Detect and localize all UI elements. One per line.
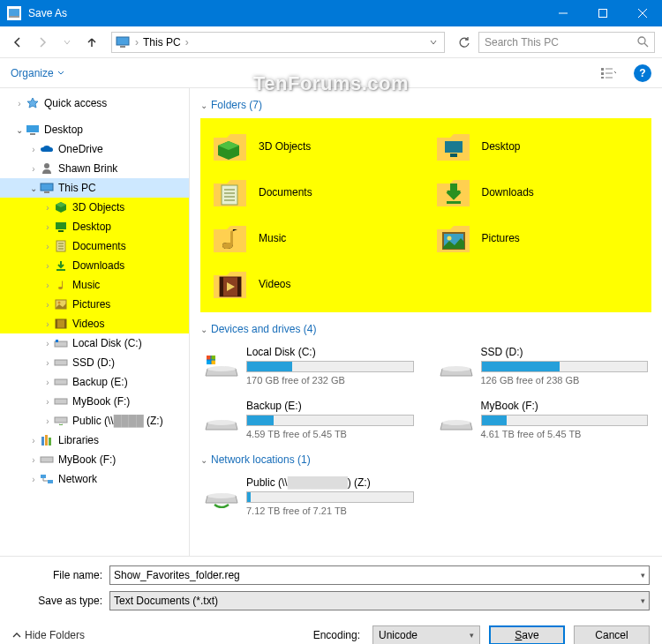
search-placeholder: Search This PC [485,36,559,49]
folder-3d-objects[interactable]: 3D Objects [207,125,422,168]
tree-3d-objects[interactable]: ›3D Objects [0,198,189,217]
hide-folders-button[interactable]: Hide Folders [12,629,85,641]
chevron-down-icon[interactable]: ▾ [641,571,645,580]
breadcrumb-sep: › [133,36,140,49]
folder-downloads[interactable]: Downloads [431,171,645,213]
forward-button[interactable] [32,32,53,53]
user-icon [39,161,55,176]
svg-rect-41 [45,435,48,446]
videos-icon [53,317,69,331]
svg-rect-33 [64,319,66,328]
folder-pictures[interactable]: Pictures [431,217,645,259]
drive-f[interactable]: MyBook (F:)4.61 TB free of 5.45 TB [435,396,652,443]
savetype-select[interactable]: Text Documents (*.txt)▾ [109,591,650,610]
tree-onedrive[interactable]: ›OneDrive [0,139,189,159]
tree-mybook[interactable]: ›MyBook (F:) [0,392,189,411]
address-bar[interactable]: › This PC › [111,32,445,53]
section-folders[interactable]: ⌄Folders (7) [200,99,651,111]
svg-point-67 [442,420,470,425]
up-button[interactable] [81,32,102,53]
music-icon [53,278,69,292]
chevron-down-icon[interactable]: ▾ [641,596,645,605]
search-icon [637,36,649,48]
tree-documents[interactable]: ›Documents [0,236,189,256]
tree-quick-access[interactable]: ›Quick access [0,94,189,113]
save-button[interactable]: Save [489,625,565,644]
svg-rect-64 [212,361,216,365]
svg-point-59 [207,366,236,371]
svg-line-10 [644,43,648,47]
toolbar: Organize ? [0,58,662,88]
titlebar: Save As [0,0,662,26]
breadcrumb-this-pc[interactable]: This PC [140,36,184,49]
svg-rect-39 [55,417,67,423]
svg-rect-22 [56,222,66,229]
section-network[interactable]: ⌄Network locations (1) [200,453,651,466]
refresh-button[interactable] [454,32,475,53]
tree-mybook-2[interactable]: ›MyBook (F:) [0,450,189,469]
filename-input[interactable]: Show_Favorites_folder.reg▾ [109,565,650,585]
address-dropdown[interactable] [426,39,440,46]
tree-pictures[interactable]: ›Pictures [0,295,189,314]
encoding-select[interactable]: Unicode▾ [372,625,480,644]
window-title: Save As [28,7,543,19]
tree-videos[interactable]: ›Videos [0,314,189,333]
capacity-bar [481,361,649,372]
savetype-label: Save as type: [12,595,109,607]
folder-desktop[interactable]: Desktop [431,125,645,168]
3d-objects-icon [211,129,250,164]
close-button[interactable] [622,0,662,26]
downloads-icon [434,175,473,210]
folder-documents[interactable]: Documents [207,171,422,213]
view-options-button[interactable] [593,63,623,84]
organize-menu[interactable]: Organize [11,67,64,79]
main-panel: ⌄Folders (7) 3D Objects Desktop Document… [190,88,662,556]
folder-videos[interactable]: Videos [207,263,422,305]
drive-e[interactable]: Backup (E:)4.59 TB free of 5.45 TB [200,396,418,443]
drive-z[interactable]: Public (\\████████) (Z:)7.12 TB free of … [200,473,418,520]
svg-point-19 [44,163,49,168]
tree-user[interactable]: ›Shawn Brink [0,159,189,178]
minimize-button[interactable] [543,0,583,26]
folder-grid: 3D Objects Desktop Documents Downloads M… [200,118,651,312]
network-drive-icon [204,476,239,508]
tree-desktop[interactable]: ⌄Desktop [0,120,189,139]
drive-icon [39,453,55,467]
tree-backup[interactable]: ›Backup (E:) [0,372,189,392]
recent-dropdown[interactable] [56,32,78,53]
tree-libraries[interactable]: ›Libraries [0,431,189,450]
maximize-button[interactable] [583,0,622,26]
search-input[interactable]: Search This PC [478,32,655,53]
tree-network[interactable]: ›Network [0,469,189,489]
svg-rect-36 [55,360,67,365]
tree-downloads[interactable]: ›Downloads [0,256,189,275]
desktop-folder-icon [53,220,69,234]
svg-rect-38 [55,399,67,404]
svg-rect-40 [41,437,44,446]
svg-point-68 [207,493,236,498]
3d-icon [53,200,69,214]
drive-c[interactable]: Local Disk (C:)170 GB free of 232 GB [200,342,418,389]
tree-ssd[interactable]: ›SSD (D:) [0,353,189,372]
filename-label: File name: [12,569,109,581]
music-icon [211,221,250,256]
cancel-button[interactable]: Cancel [574,625,650,644]
network-grid: Public (\\████████) (Z:)7.12 TB free of … [200,473,651,520]
drive-d[interactable]: SSD (D:)126 GB free of 238 GB [435,342,652,389]
tree-public[interactable]: ›Public (\\████ (Z:) [0,411,189,431]
tree-music[interactable]: ›Music [0,275,189,295]
folder-music[interactable]: Music [207,217,422,259]
svg-rect-42 [49,438,51,446]
tree-desktop-folder[interactable]: ›Desktop [0,217,189,236]
back-button[interactable] [7,32,28,53]
tree-local-disk[interactable]: ›Local Disk (C:) [0,333,189,353]
svg-rect-2 [9,16,19,18]
content: ›Quick access ⌄Desktop ›OneDrive ›Shawn … [0,88,662,556]
tree-this-pc[interactable]: ⌄This PC [0,178,189,198]
section-drives[interactable]: ⌄Devices and drives (4) [200,323,651,335]
svg-rect-48 [222,185,237,205]
capacity-bar [246,361,414,372]
help-button[interactable]: ? [634,64,651,82]
footer: Hide Folders Encoding: Unicode▾ Save Can… [0,620,662,644]
svg-rect-8 [120,46,125,48]
